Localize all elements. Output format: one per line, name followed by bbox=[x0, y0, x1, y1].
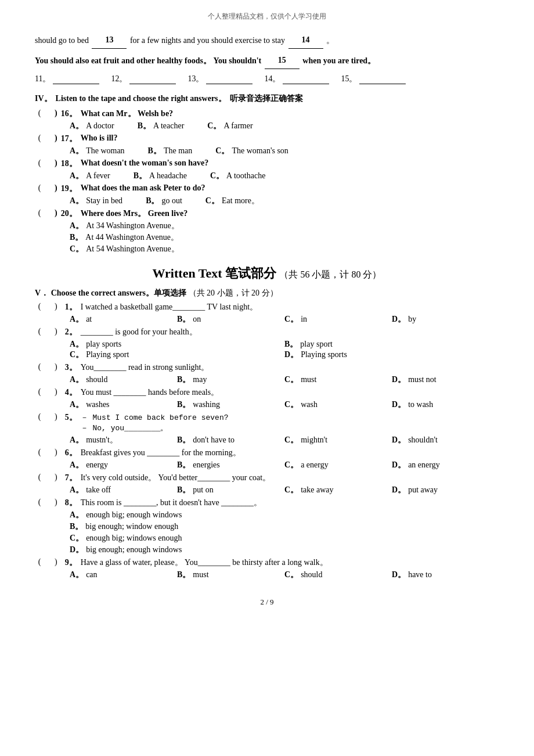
answers-row-11-15: 11。 12。 13。 14。 15。 bbox=[35, 74, 499, 84]
v-question-2: ( ) 2。 ________ is good for your health。… bbox=[35, 327, 499, 360]
blank-15: 15 bbox=[265, 52, 300, 69]
q19-choices: A。Stay in bed B。go out C。Eat more。 bbox=[70, 196, 499, 206]
section-4-header: IV。 Listen to the tape and choose the ri… bbox=[35, 93, 499, 104]
vq2-choices: A。play sports B。play sport C。Playing spo… bbox=[70, 339, 499, 360]
vq8-choices: A。enough big; enough windows B。big enoug… bbox=[70, 510, 499, 555]
period: 。 bbox=[326, 36, 334, 45]
vq1-choices: A。at B。on C。in D。by bbox=[70, 314, 499, 325]
answer-13: 13。 bbox=[187, 74, 252, 84]
blank-13: 13 bbox=[92, 32, 127, 49]
blank-14: 14 bbox=[288, 32, 323, 49]
question-18: ( ) 18。 What doesn't the woman's son hav… bbox=[35, 159, 499, 181]
intro-paragraph-2: You should also eat fruit and other heal… bbox=[35, 52, 499, 69]
v-question-4: ( ) 4。 You must ________ hands before me… bbox=[35, 387, 499, 410]
vq3-choices: A。should B。may C。must D。must not bbox=[70, 375, 499, 385]
written-text-header: Written Text 笔试部分 （共 56 小题，计 80 分） bbox=[35, 265, 499, 282]
v-question-8: ( ) 8。 This room is ________, but it doe… bbox=[35, 498, 499, 555]
page-header: 个人整理精品文档，仅供个人学习使用 bbox=[35, 12, 499, 21]
answer-12: 12。 bbox=[111, 74, 176, 84]
v-question-1: ( ) 1。 I watched a basketball game______… bbox=[35, 302, 499, 325]
v-question-7: ( ) 7。 It's very cold outside。 You'd bet… bbox=[35, 473, 499, 495]
vq7-choices: A。take off B。put on C。take away D。put aw… bbox=[70, 485, 499, 495]
question-16: ( ) 16。 What can Mr。 Welsh be? A。A docto… bbox=[35, 109, 499, 131]
v-question-3: ( ) 3。 You________ read in strong sunlig… bbox=[35, 362, 499, 385]
vq5-choices: A。mustn't。 B。don't have to C。mightn't D。… bbox=[70, 435, 499, 445]
answer-15: 15。 bbox=[341, 74, 406, 84]
answer-14: 14。 bbox=[264, 74, 329, 84]
vq4-choices: A。washes B。washing C。wash D。to wash bbox=[70, 399, 499, 410]
q20-choices: A。At 34 Washington Avenue。 B。At 44 Washi… bbox=[70, 221, 499, 254]
q17-choices: A。The woman B。The man C。The woman's son bbox=[70, 146, 499, 156]
intro-paragraph: should go to bed 13 for a few nights and… bbox=[35, 32, 499, 49]
vq9-choices: A。can B。must C。should D。have to bbox=[70, 570, 499, 580]
question-17: ( ) 17。 Who is ill? A。The woman B。The ma… bbox=[35, 134, 499, 156]
question-20: ( ) 20。 Where does Mrs。 Green live? A。At… bbox=[35, 208, 499, 254]
answer-11: 11。 bbox=[35, 74, 99, 84]
vq6-choices: A。energy B。energies C。a energy D。an ener… bbox=[70, 460, 499, 470]
v-question-6: ( ) 6。 Breakfast gives you ________ for … bbox=[35, 448, 499, 470]
page-footer: 2 / 9 bbox=[35, 597, 499, 607]
q18-choices: A。A fever B。A headache C。A toothache bbox=[70, 171, 499, 181]
v-question-5: ( ) 5。 － Must I come back before seven? … bbox=[35, 412, 499, 445]
v-question-9: ( ) 9。 Have a glass of water, please。 Yo… bbox=[35, 557, 499, 580]
q16-choices: A。A doctor B。A teacher C。A farmer bbox=[70, 121, 499, 131]
section-5-header: V． Choose the correct answers。单项选择 （共 20… bbox=[35, 288, 499, 298]
question-19: ( ) 19。 What does the man ask Peter to d… bbox=[35, 183, 499, 206]
